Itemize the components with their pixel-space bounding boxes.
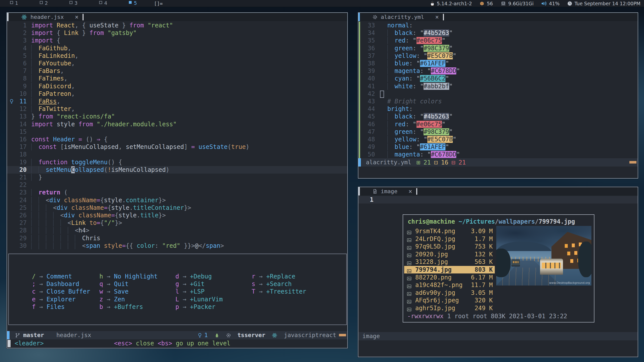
- line-number: 45: [358, 113, 375, 120]
- statusline-alacritty: alacritty.yml ⊞ 21 ⊡ 16 ⊟ 21: [358, 158, 638, 167]
- which-key-item-c[interactable]: c → Close Buffer: [32, 288, 90, 295]
- tray-item-volume[interactable]: 41%: [541, 1, 559, 6]
- workspace-button-4[interactable]: 4: [94, 0, 123, 7]
- file-row-aghr5Ip.jpg[interactable]: aghr5Ip.jpg249 K: [404, 304, 495, 312]
- line-number: 33: [358, 22, 375, 29]
- close-icon[interactable]: ×: [408, 188, 412, 195]
- file-row-882720.png[interactable]: 882720.png6.17 M: [404, 274, 495, 281]
- token: import: [31, 121, 57, 128]
- workspace-button-1[interactable]: 1: [5, 0, 34, 7]
- token: =: [104, 204, 107, 211]
- command-line-alacritty[interactable]: [358, 167, 638, 175]
- file-row-31228.jpg[interactable]: 31228.jpg563 K: [404, 258, 495, 266]
- which-key-item-q[interactable]: q → Quit: [99, 280, 129, 288]
- which-key-item-w[interactable]: w → Save: [99, 288, 129, 295]
- which-key-item-d[interactable]: d → +Debug: [175, 273, 212, 280]
- diagnostics-hint: 1: [197, 331, 208, 339]
- line-number: 13: [7, 113, 27, 120]
- token: setMenu: [31, 166, 71, 173]
- code-buffer-alacritty[interactable]: 33 normal:34 black: "#4b5263"35 red: "#e…: [358, 22, 638, 159]
- code-text: red: "#e06c75": [380, 120, 445, 128]
- tab-image[interactable]: image ×: [360, 188, 412, 195]
- file-row-24LrDFQ.jpg[interactable]: 24LrDFQ.jpg1.7 M: [404, 235, 495, 243]
- file-row-20920.jpg[interactable]: 20920.jpg132 K: [404, 251, 495, 258]
- which-key-item-f[interactable]: f → Files: [32, 303, 65, 311]
- which-key-item-T[interactable]: T → +Treesitter: [252, 288, 306, 295]
- file-row-799794.jpg[interactable]: 799794.jpg803 K: [404, 266, 495, 273]
- command-line-left[interactable]: <leader> <esc> close <bs> go up one leve…: [7, 339, 347, 348]
- code-line-46: 46 red: "#e06c75": [358, 120, 638, 128]
- which-key-item-p[interactable]: p → +Packer: [175, 303, 215, 311]
- tray-item-memory[interactable]: 9.6Gi/31Gi: [501, 1, 534, 6]
- workspace-button-5[interactable]: 5: [123, 0, 153, 7]
- tabline-left: header.jsx ×: [7, 13, 347, 21]
- arrow-icon: →: [179, 288, 190, 295]
- tab-alacritty-yml[interactable]: alacritty.yml ×: [360, 14, 439, 21]
- which-key-item-l[interactable]: l → +LSP: [175, 288, 205, 295]
- workspace-button-3[interactable]: 3: [64, 0, 94, 7]
- token: [31, 98, 39, 105]
- which-key-label: +Search: [266, 280, 292, 288]
- code-line-21: 21 }: [7, 174, 347, 181]
- workspace-button-2[interactable]: 2: [34, 0, 64, 7]
- which-key-item-b[interactable]: b → +Buffers: [99, 303, 143, 311]
- scroll-position-indicator[interactable]: [629, 161, 636, 164]
- code-line-35: 35 red: "#e06c75": [358, 37, 638, 44]
- which-key-item-e[interactable]: e → Explorer: [32, 296, 75, 303]
- token: ": [445, 143, 449, 150]
- workspace-square-icon: [69, 1, 72, 4]
- close-icon[interactable]: ×: [435, 14, 439, 21]
- which-key-item-/[interactable]: / → Comment: [32, 273, 72, 280]
- code-buffer-left[interactable]: 1import React, { useState } from "react"…: [7, 22, 347, 250]
- which-key-item-;[interactable]: ; → Dashboard: [32, 280, 79, 288]
- code-text: <h4>: [31, 227, 89, 234]
- line-number: 24: [7, 196, 27, 204]
- tab-label: header.jsx: [30, 14, 64, 20]
- file-row-97q9L5D.jpg[interactable]: 97q9L5D.jpg753 K: [404, 243, 495, 250]
- git-diff-stats: ⊞ 21 ⊡ 16 ⊟ 21: [416, 158, 466, 167]
- file-row-ad6v90y.jpg[interactable]: ad6v90y.jpg3.05 M: [404, 289, 495, 297]
- code-line-19: 19 function toggleMenu() {: [7, 158, 347, 166]
- which-key-label: Save: [114, 288, 129, 295]
- close-icon[interactable]: ×: [75, 14, 78, 21]
- file-row-9rsmTK4.png[interactable]: 9rsmTK4.png3.09 M: [404, 227, 495, 235]
- token: :: [409, 60, 416, 67]
- git-changed-count: 16: [441, 159, 448, 166]
- tabline-cursor: [83, 14, 84, 20]
- which-key-item-g[interactable]: g → +Git: [175, 280, 205, 288]
- token: #E5C07B: [427, 52, 453, 59]
- which-key-item-s[interactable]: s → +Search: [252, 280, 292, 288]
- token: black: [380, 113, 413, 120]
- token: FaYoutube: [31, 60, 71, 67]
- token: import: [31, 22, 57, 29]
- line-number: 25: [7, 204, 27, 212]
- code-line-42: 42: [358, 90, 638, 98]
- tray-item-package[interactable]: 56: [479, 1, 493, 6]
- code-line-24: 24 <div className={style.container}>: [7, 196, 347, 204]
- which-key-label: No Highlight: [114, 273, 158, 280]
- which-key-item-L[interactable]: L → +LunarVim: [175, 296, 223, 303]
- token: (): [86, 136, 93, 143]
- tray-item-tux[interactable]: 5.14.2-arch1-2: [430, 1, 472, 6]
- scroll-position-indicator[interactable]: [339, 334, 346, 336]
- which-key-item-h[interactable]: h → No Highlight: [99, 273, 158, 280]
- token: #e06c75: [416, 121, 442, 128]
- token: color: [137, 242, 155, 249]
- token: Link: [71, 219, 86, 226]
- tab-header-jsx[interactable]: header.jsx ×: [9, 14, 79, 21]
- which-key-item-z[interactable]: z → Zen: [99, 296, 125, 303]
- which-key-item-r[interactable]: r → +Replace: [252, 273, 295, 280]
- memory-icon: [501, 1, 506, 6]
- token: ,: [57, 98, 60, 105]
- tray-item-clock[interactable]: Tue September 14 12:00PM: [567, 1, 640, 6]
- code-line-4: 4 FaGithub,: [7, 45, 347, 52]
- line-number: 44: [358, 105, 375, 113]
- token: <: [31, 227, 79, 234]
- leader-indicator: <leader>: [15, 339, 44, 348]
- file-row-AFq5r6j.jpeg[interactable]: AFq5r6j.jpeg320 K: [404, 297, 495, 304]
- command-line-image[interactable]: [358, 340, 638, 349]
- file-row-a19c482f~.png[interactable]: a19c482f~.png11.7 M: [404, 281, 495, 289]
- token: =: [75, 136, 86, 143]
- file-name: 24LrDFQ.jpg: [415, 235, 455, 243]
- code-text: magenta: "#C678DD": [380, 151, 460, 158]
